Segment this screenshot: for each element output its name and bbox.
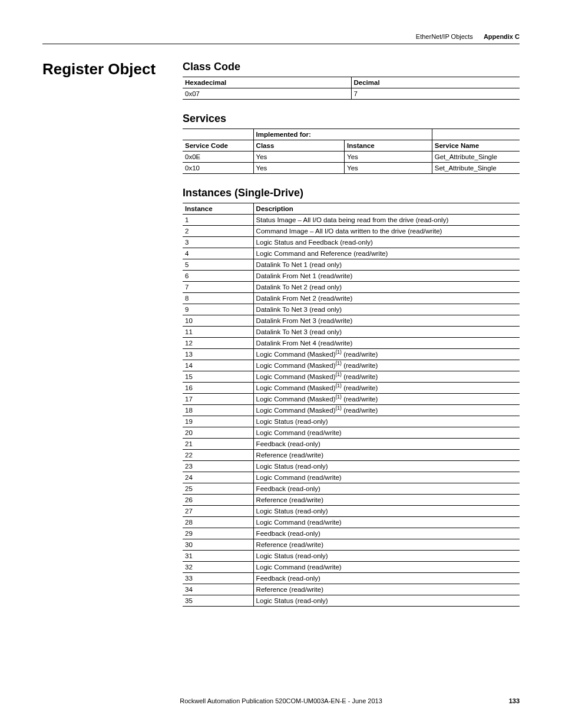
table-row: 0x07 7 — [183, 88, 520, 100]
table-row: 17Logic Command (Masked)(1) (read/write) — [183, 394, 520, 405]
instance-number: 11 — [183, 327, 253, 338]
footer-page-number: 133 — [496, 697, 520, 704]
instances-heading: Instances (Single-Drive) — [183, 187, 520, 199]
table-row: 0x0EYesYesGet_Attribute_Single — [183, 151, 520, 163]
instance-number: 6 — [183, 271, 253, 282]
table-row: 28Logic Command (read/write) — [183, 517, 520, 528]
table-cell: Yes — [253, 151, 344, 163]
instances-header-desc: Description — [253, 203, 520, 215]
instance-description: Datalink To Net 3 (read only) — [253, 327, 520, 338]
table-row: 3Logic Status and Feedback (read-only) — [183, 237, 520, 248]
instance-description: Reference (read/write) — [253, 539, 520, 551]
classcode-hex: 0x07 — [183, 88, 351, 100]
services-impl-label: Implemented for: — [253, 129, 432, 140]
instance-number: 4 — [183, 248, 253, 259]
table-row: 7Datalink To Net 2 (read only) — [183, 282, 520, 293]
instance-number: 29 — [183, 528, 253, 539]
instance-description: Datalink To Net 3 (read only) — [253, 304, 520, 315]
instance-description: Datalink From Net 2 (read/write) — [253, 293, 520, 304]
classcode-table: Hexadecimal Decimal 0x07 7 — [183, 77, 520, 100]
instance-description: Logic Command (Masked)(1) (read/write) — [253, 371, 520, 383]
services-header-instance: Instance — [345, 140, 432, 151]
table-row: 31Logic Status (read-only) — [183, 551, 520, 562]
instance-description: Logic Command (read/write) — [253, 517, 520, 528]
instance-description: Logic Command (read/write) — [253, 472, 520, 483]
instance-description: Logic Command (Masked)(1) (read/write) — [253, 383, 520, 394]
instance-description: Logic Command (read/write) — [253, 562, 520, 573]
instance-description: Logic Command (Masked)(1) (read/write) — [253, 405, 520, 416]
instance-number: 9 — [183, 304, 253, 315]
instance-number: 16 — [183, 383, 253, 394]
table-row: 25Feedback (read-only) — [183, 483, 520, 495]
instance-number: 24 — [183, 472, 253, 483]
instance-description: Logic Command and Reference (read/write) — [253, 248, 520, 259]
table-row: 35Logic Status (read-only) — [183, 595, 520, 607]
instance-number: 2 — [183, 226, 253, 237]
classcode-dec: 7 — [351, 88, 520, 100]
instance-number: 31 — [183, 551, 253, 562]
instance-description: Reference (read/write) — [253, 495, 520, 506]
table-cell: Get_Attribute_Single — [432, 151, 520, 163]
instance-number: 19 — [183, 416, 253, 427]
instance-number: 26 — [183, 495, 253, 506]
instance-description: Feedback (read-only) — [253, 573, 520, 584]
table-row: 2Command Image – All I/O data written to… — [183, 226, 520, 237]
table-row: 30Reference (read/write) — [183, 539, 520, 551]
instance-description: Datalink From Net 4 (read/write) — [253, 338, 520, 349]
instance-description: Reference (read/write) — [253, 450, 520, 461]
services-header-class: Class — [253, 140, 344, 151]
instance-description: Datalink To Net 1 (read only) — [253, 259, 520, 271]
table-row: 1Status Image – All I/O data being read … — [183, 215, 520, 226]
blank-cell — [183, 129, 253, 140]
table-row: 8Datalink From Net 2 (read/write) — [183, 293, 520, 304]
table-row: 0x10YesYesSet_Attribute_Single — [183, 163, 520, 174]
instance-number: 22 — [183, 450, 253, 461]
header-appendix: Appendix C — [484, 33, 520, 40]
instance-description: Logic Status (read-only) — [253, 461, 520, 472]
table-row: 13Logic Command (Masked)(1) (read/write) — [183, 349, 520, 360]
table-row: 15Logic Command (Masked)(1) (read/write) — [183, 371, 520, 383]
instance-description: Feedback (read-only) — [253, 528, 520, 539]
instance-number: 23 — [183, 461, 253, 472]
table-row: 10Datalink From Net 3 (read/write) — [183, 315, 520, 327]
instance-description: Logic Command (Masked)(1) (read/write) — [253, 349, 520, 360]
instance-number: 13 — [183, 349, 253, 360]
table-row: 21Feedback (read-only) — [183, 439, 520, 450]
instance-number: 30 — [183, 539, 253, 551]
instance-description: Datalink From Net 3 (read/write) — [253, 315, 520, 327]
instance-description: Feedback (read-only) — [253, 439, 520, 450]
instance-number: 10 — [183, 315, 253, 327]
instances-header-inst: Instance — [183, 203, 253, 215]
services-header-name: Service Name — [432, 140, 520, 151]
instance-description: Logic Status (read-only) — [253, 595, 520, 607]
table-cell: 0x0E — [183, 151, 253, 163]
table-row: 26Reference (read/write) — [183, 495, 520, 506]
table-cell: Set_Attribute_Single — [432, 163, 520, 174]
classcode-heading: Class Code — [183, 61, 520, 73]
table-row: 19Logic Status (read-only) — [183, 416, 520, 427]
table-row: 27Logic Status (read-only) — [183, 506, 520, 517]
table-row: 16Logic Command (Masked)(1) (read/write) — [183, 383, 520, 394]
table-row: 12Datalink From Net 4 (read/write) — [183, 338, 520, 349]
instance-number: 34 — [183, 584, 253, 595]
instance-number: 17 — [183, 394, 253, 405]
table-row: 34Reference (read/write) — [183, 584, 520, 595]
instance-number: 7 — [183, 282, 253, 293]
instance-description: Status Image – All I/O data being read f… — [253, 215, 520, 226]
instance-description: Datalink From Net 1 (read/write) — [253, 271, 520, 282]
table-row: 29Feedback (read-only) — [183, 528, 520, 539]
instance-description: Command Image – All I/O data written to … — [253, 226, 520, 237]
instance-number: 33 — [183, 573, 253, 584]
table-row: 23Logic Status (read-only) — [183, 461, 520, 472]
table-cell: Yes — [253, 163, 344, 174]
instance-number: 3 — [183, 237, 253, 248]
table-row: 5Datalink To Net 1 (read only) — [183, 259, 520, 271]
instance-description: Logic Command (read/write) — [253, 427, 520, 439]
table-row: 9Datalink To Net 3 (read only) — [183, 304, 520, 315]
instance-number: 27 — [183, 506, 253, 517]
table-row: 20Logic Command (read/write) — [183, 427, 520, 439]
page-footer: Rockwell Automation Publication 520COM-U… — [42, 697, 520, 704]
table-row: 22Reference (read/write) — [183, 450, 520, 461]
instance-number: 18 — [183, 405, 253, 416]
instance-number: 8 — [183, 293, 253, 304]
